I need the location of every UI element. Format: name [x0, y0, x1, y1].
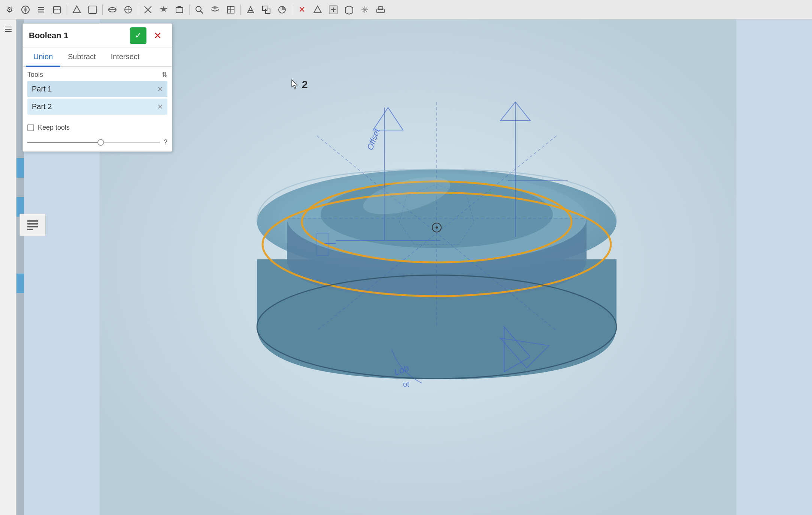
toolbar-icon-13[interactable] — [208, 3, 222, 16]
svg-rect-3 — [89, 6, 96, 13]
toolbar-icon-8[interactable] — [121, 3, 135, 16]
side-tab-blue-1[interactable] — [16, 158, 24, 178]
tool-item-part1[interactable]: Part 1 ✕ — [27, 81, 167, 97]
toolbar-icon-5[interactable] — [70, 3, 84, 16]
tool-item-part2[interactable]: Part 2 ✕ — [27, 99, 167, 115]
tab-subtract[interactable]: Subtract — [60, 48, 103, 67]
toolbar: ⚙ ✕ — [0, 0, 812, 19]
left-sidebar — [0, 19, 16, 515]
toolbar-sep-5 — [240, 4, 241, 15]
tool-item-part1-remove[interactable]: ✕ — [157, 85, 163, 93]
toolbar-icon-11[interactable] — [173, 3, 186, 16]
toolbar-sep-1 — [67, 4, 67, 15]
tab-intersect[interactable]: Intersect — [103, 48, 147, 67]
side-tab-gray-4 — [16, 236, 24, 274]
cursor-number: 2 — [302, 79, 308, 91]
list-icon-button[interactable] — [19, 214, 46, 236]
svg-text:ot: ot — [403, 380, 409, 388]
confirm-button[interactable]: ✓ — [130, 27, 146, 44]
svg-rect-18 — [27, 229, 33, 230]
sort-icon[interactable]: ⇅ — [162, 70, 167, 79]
toolbar-icon-3[interactable] — [34, 3, 48, 16]
toolbar-icon-14[interactable] — [224, 3, 237, 16]
toolbar-icon-16[interactable] — [260, 3, 273, 16]
toolbar-icon-9[interactable] — [141, 3, 155, 16]
tool-item-part2-remove[interactable]: ✕ — [157, 103, 163, 111]
toolbar-icon-10[interactable] — [157, 3, 170, 16]
side-tab-gray-5 — [16, 293, 24, 515]
svg-rect-17 — [27, 226, 38, 228]
svg-rect-15 — [27, 220, 38, 222]
toolbar-sep-2 — [102, 4, 103, 15]
slider-fill — [27, 142, 100, 143]
keep-tools-row: Keep tools — [23, 120, 172, 135]
tool-item-part1-label: Part 1 — [32, 85, 52, 93]
slider-thumb[interactable] — [97, 139, 104, 146]
toolbar-icon-4[interactable] — [50, 3, 64, 16]
toolbar-icon-21[interactable] — [342, 3, 356, 16]
toolbar-icon-19[interactable] — [311, 3, 324, 16]
cursor-icon — [290, 79, 300, 89]
toolbar-icon-17[interactable] — [275, 3, 289, 16]
cursor-label-area: 2 — [290, 79, 308, 91]
toolbar-icon-22[interactable] — [358, 3, 372, 16]
cancel-button[interactable]: ✕ — [149, 27, 166, 44]
sidebar-btn-1[interactable] — [1, 22, 15, 36]
side-tab-gray-2 — [16, 178, 24, 197]
toolbar-icon-12[interactable] — [193, 3, 206, 16]
svg-rect-9 — [263, 6, 267, 10]
keep-tools-label: Keep tools — [38, 124, 70, 132]
tool-item-part2-label: Part 2 — [32, 102, 52, 111]
svg-rect-6 — [176, 7, 183, 13]
tools-header: Tools ⇅ — [27, 70, 167, 79]
svg-point-45 — [436, 226, 438, 229]
slider-track[interactable] — [27, 142, 160, 143]
tools-label: Tools — [27, 71, 43, 79]
toolbar-icon-20[interactable] — [327, 3, 340, 16]
toolbar-sep-6 — [292, 4, 292, 15]
help-icon[interactable]: ? — [164, 138, 167, 146]
toolbar-icon-23[interactable] — [374, 3, 387, 16]
toolbar-icon-7[interactable] — [106, 3, 119, 16]
toolbar-icon-18[interactable]: ✕ — [295, 3, 309, 16]
boolean-title: Boolean 1 — [29, 31, 68, 40]
slider-row: ? — [23, 135, 172, 151]
boolean-tabs: Union Subtract Intersect — [23, 48, 172, 67]
toolbar-icon-6[interactable] — [86, 3, 99, 16]
keep-tools-checkbox[interactable] — [27, 124, 34, 131]
boolean-panel: Boolean 1 ✓ ✕ Union Subtract Intersect T… — [22, 23, 172, 152]
toolbar-sep-3 — [138, 4, 138, 15]
toolbar-icon-15[interactable] — [244, 3, 257, 16]
tab-union[interactable]: Union — [26, 48, 60, 67]
svg-point-7 — [196, 6, 201, 12]
svg-rect-10 — [266, 9, 270, 13]
boolean-header: Boolean 1 ✓ ✕ — [23, 24, 172, 48]
side-tab-blue-3[interactable] — [16, 274, 24, 293]
tools-section: Tools ⇅ Part 1 ✕ Part 2 ✕ — [23, 67, 172, 120]
svg-rect-16 — [27, 223, 38, 225]
toolbar-icon-2[interactable] — [19, 3, 32, 16]
svg-marker-2 — [73, 6, 81, 13]
boolean-header-buttons: ✓ ✕ — [130, 27, 166, 44]
toolbar-icon-1[interactable]: ⚙ — [3, 3, 16, 16]
toolbar-sep-4 — [189, 4, 190, 15]
